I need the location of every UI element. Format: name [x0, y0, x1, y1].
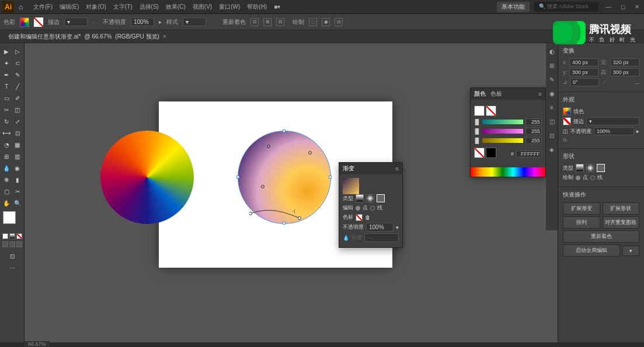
opacity-field[interactable]: 100% [131, 17, 154, 26]
perspective-tool[interactable]: ▦ [13, 139, 23, 150]
scale-tool[interactable]: ⤢ [13, 116, 23, 127]
menu-select[interactable]: 选择(S) [136, 3, 162, 11]
menu-type[interactable]: 文字(T) [110, 3, 136, 11]
prop-stroke-swatch[interactable] [563, 117, 571, 125]
qa-btn-0[interactable]: 扩展渐变 [563, 202, 600, 215]
radial-gradient-btn[interactable] [366, 194, 374, 202]
menu-view[interactable]: 视图(V) [189, 3, 215, 11]
stroke-swatch[interactable] [34, 17, 43, 27]
gradient-tool[interactable]: ▥ [13, 151, 23, 162]
dock-icon-2[interactable]: ⊞ [547, 61, 556, 70]
document-tab[interactable]: 创建和编辑任意形状渐变.ai* @ 66.67% (RGB/GPU 预览) × [4, 33, 171, 41]
gradient-panel-menu[interactable]: ≡ [395, 166, 399, 172]
dock-icon-4[interactable]: ◉ [547, 89, 556, 98]
draw-icon-1[interactable]: ◌ [309, 18, 317, 26]
hue-slider[interactable] [482, 120, 523, 124]
hex-field[interactable]: FFFFFF [516, 150, 542, 157]
slice-tool[interactable]: ✂ [13, 186, 23, 197]
home-icon[interactable]: ⌂ [19, 3, 23, 11]
prop-opacity-field[interactable]: 100% [594, 127, 634, 135]
none-swatch[interactable] [474, 148, 485, 158]
black-swatch[interactable] [486, 148, 496, 158]
pen-tool[interactable]: ✒ [2, 69, 12, 80]
anchor-right[interactable] [329, 176, 332, 178]
align-icon-1[interactable]: ⊡ [250, 18, 259, 26]
lasso-tool[interactable]: ⊂ [13, 58, 23, 68]
anchor-top[interactable] [283, 129, 286, 132]
qa-btn-1[interactable]: 扩展形状 [603, 202, 640, 215]
draw-icon-3[interactable]: ◎ [335, 18, 343, 26]
status-zoom[interactable]: 66.67% [25, 341, 50, 347]
fill-swatch[interactable] [20, 17, 29, 27]
mesh-tool[interactable]: ⊞ [2, 151, 12, 162]
fx-button[interactable]: fx. [563, 137, 569, 143]
shape-btn-3[interactable] [597, 164, 605, 172]
linear-gradient-btn[interactable] [356, 194, 364, 202]
dock-icon-5[interactable]: ≡ [547, 103, 556, 112]
fill-stroke-swatches[interactable] [3, 211, 22, 230]
width-tool[interactable]: ⟷ [2, 128, 12, 138]
angle-field[interactable]: 0° [570, 78, 599, 86]
selection-tool[interactable]: ▶ [2, 46, 12, 57]
gradient-preview[interactable] [343, 178, 359, 194]
stroke-weight[interactable]: ▾ [64, 17, 88, 26]
edit-toolbar[interactable]: ⋯ [2, 262, 23, 273]
tab-close-icon[interactable]: × [163, 33, 166, 40]
h-field[interactable]: 300 px [610, 68, 639, 76]
eraser-tool[interactable]: ◫ [13, 104, 23, 115]
menu-file[interactable]: 文件(F) [30, 3, 56, 11]
artboard-tool[interactable]: ▢ [2, 186, 12, 197]
menu-edit[interactable]: 编辑(E) [56, 3, 82, 11]
qa-btn-5[interactable]: 启动全局编辑 [563, 244, 620, 257]
sat-slider[interactable] [482, 129, 523, 134]
menu-effect[interactable]: 效果(C) [162, 3, 189, 11]
dock-icon-1[interactable]: ◐ [547, 47, 556, 56]
freeform-path[interactable]: ◦| [249, 206, 302, 220]
h-value[interactable]: 255 [525, 118, 542, 125]
stroke-weight-field[interactable]: ▾ [586, 117, 639, 125]
blend-tool[interactable]: ◉ [13, 163, 23, 173]
grad-stop-swatch[interactable] [356, 214, 363, 221]
shape-builder[interactable]: ◔ [2, 139, 12, 150]
trash-icon[interactable]: 🗑 [365, 215, 370, 220]
draw-normal[interactable] [2, 241, 8, 247]
draw-icon-2[interactable]: ◉ [322, 18, 330, 26]
x-field[interactable]: 400 px [569, 58, 598, 66]
gradient-mode[interactable] [9, 233, 15, 239]
b-value[interactable]: 255 [525, 137, 542, 144]
color-stop-2[interactable] [308, 151, 312, 155]
swatches-tab[interactable]: 色板 [490, 90, 502, 98]
menu-object[interactable]: 对象(O) [82, 3, 109, 11]
w-field[interactable]: 320 px [610, 58, 639, 66]
y-field[interactable]: 300 px [569, 68, 598, 76]
eyedropper-icon[interactable]: 💧 [343, 235, 349, 241]
rect-tool[interactable]: ▭ [2, 93, 12, 103]
rotate-tool[interactable]: ↻ [2, 116, 12, 127]
shaper-tool[interactable]: ✂ [2, 104, 12, 115]
freeform-gradient-btn[interactable] [377, 194, 385, 202]
anchor-bottom[interactable] [283, 222, 286, 225]
screen-mode[interactable]: ⊡ [2, 251, 23, 261]
menu-extra[interactable]: ■▾ [270, 3, 284, 10]
workspace-switcher[interactable]: 基本功能 [497, 2, 530, 12]
none-mode[interactable] [16, 233, 22, 239]
color-stop-3[interactable] [261, 185, 264, 188]
grad-angle-field[interactable]: — [364, 233, 399, 242]
qa-dropdown[interactable]: ▾ [622, 246, 639, 256]
color-fill-swatch[interactable] [474, 106, 485, 116]
free-transform[interactable]: ⊡ [13, 128, 23, 138]
curvature-tool[interactable]: ✎ [13, 69, 23, 80]
prop-fill-swatch[interactable] [563, 107, 571, 115]
line-radio[interactable] [370, 206, 375, 211]
type-tool[interactable]: T [2, 81, 12, 92]
s-value[interactable]: 255 [525, 128, 542, 135]
window-minimize[interactable]: — [603, 3, 614, 10]
draw-inside[interactable] [16, 241, 22, 247]
window-restore[interactable]: ◻ [618, 3, 628, 10]
align-icon-3[interactable]: ⊟ [276, 18, 284, 26]
color-stroke-swatch[interactable] [486, 106, 496, 116]
color-mode[interactable] [2, 233, 8, 239]
eyedropper-tool[interactable]: 💧 [2, 163, 12, 173]
window-close[interactable]: ✕ [632, 3, 642, 10]
qa-btn-4[interactable]: 重新着色 [563, 230, 639, 243]
